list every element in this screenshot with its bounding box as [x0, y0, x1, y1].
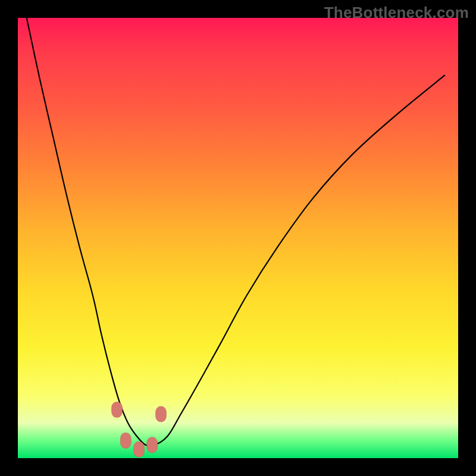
curve-svg — [18, 18, 458, 458]
plot-area — [18, 18, 458, 458]
bottleneck-curve — [27, 18, 445, 446]
marker-group — [112, 402, 167, 458]
chart-container: TheBottleneck.com — [0, 0, 476, 476]
curve-marker — [156, 406, 167, 422]
watermark-text: TheBottleneck.com — [324, 4, 469, 22]
curve-marker — [120, 433, 131, 448]
curve-marker — [112, 402, 123, 418]
curve-marker — [134, 441, 145, 457]
curve-marker — [147, 437, 158, 453]
